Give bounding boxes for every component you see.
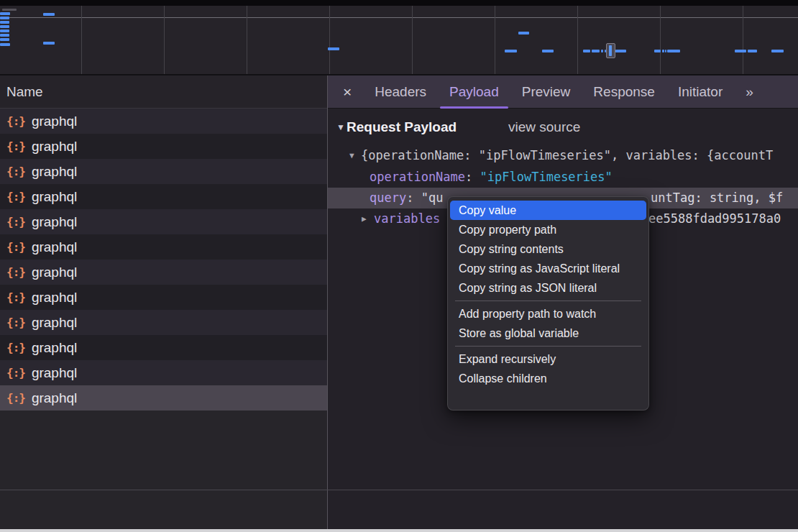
property-value-right: untTag: string, $f: [651, 188, 783, 208]
tab-initiator[interactable]: Initiator: [678, 76, 723, 108]
menu-item[interactable]: Store as global variable: [448, 324, 648, 343]
window-top-edge: [0, 0, 798, 6]
timeline-baseline: [0, 17, 798, 18]
timeline-bar: [0, 34, 9, 37]
triangle-down-icon[interactable]: ▼: [349, 145, 354, 166]
table-row[interactable]: {:}graphql: [0, 209, 327, 234]
json-braces-icon: {:}: [6, 391, 25, 405]
request-name: graphql: [32, 365, 77, 381]
menu-item[interactable]: Copy value: [450, 201, 646, 220]
timeline-bar: [0, 43, 10, 46]
request-name: graphql: [32, 290, 77, 306]
menu-item[interactable]: Add property path to watch: [448, 304, 648, 324]
chevron-overflow-icon[interactable]: »: [746, 84, 752, 100]
timeline-bar: [43, 42, 55, 45]
table-row[interactable]: {:}graphql: [0, 109, 327, 134]
table-row[interactable]: {:}graphql: [0, 184, 327, 209]
property-key: query: [370, 191, 406, 205]
timeline-bar: [771, 50, 784, 52]
menu-item[interactable]: Copy property path: [448, 220, 648, 239]
menu-separator: [455, 301, 641, 301]
panel-splitter[interactable]: [327, 75, 328, 529]
gridline: [247, 6, 247, 74]
tab-headers[interactable]: Headers: [375, 76, 426, 108]
menu-item[interactable]: Copy string as JSON literal: [448, 278, 648, 298]
request-name: graphql: [32, 239, 77, 255]
request-name: graphql: [32, 164, 77, 180]
json-braces-icon: {:}: [6, 114, 25, 128]
gridline: [164, 6, 165, 74]
table-row[interactable]: {:}graphql: [0, 134, 327, 159]
gridline: [329, 6, 330, 74]
json-braces-icon: {:}: [6, 341, 25, 354]
close-icon[interactable]: ×: [343, 84, 352, 99]
json-braces-icon: {:}: [6, 139, 25, 153]
table-row[interactable]: {:}graphql: [0, 260, 327, 285]
timeline-bar: [615, 50, 626, 52]
timeline-bar: [592, 50, 600, 52]
request-name: graphql: [32, 340, 77, 356]
payload-row-operationname[interactable]: operationName: "ipFlowTimeseries": [328, 167, 798, 188]
context-menu: Copy valueCopy property pathCopy string …: [447, 196, 649, 411]
timeline-bar: [518, 32, 529, 35]
gridline: [412, 6, 413, 74]
request-list: {:}graphql{:}graphql{:}graphql{:}graphql…: [0, 109, 327, 411]
menu-item[interactable]: Copy string contents: [448, 239, 648, 259]
table-row[interactable]: {:}graphql: [0, 234, 327, 260]
table-row[interactable]: {:}graphql: [0, 310, 327, 335]
timeline-bar: [0, 17, 9, 19]
table-row[interactable]: {:}graphql: [0, 360, 327, 385]
tab-response[interactable]: Response: [593, 76, 655, 108]
timeline-bar: [583, 50, 590, 52]
timeline-bar: [328, 47, 339, 50]
menu-item[interactable]: Collapse children: [448, 369, 648, 388]
timeline-bar: [505, 50, 517, 52]
timeline-bar: [665, 50, 666, 52]
timeline-bar: [2, 9, 17, 11]
timeline-bar: [609, 45, 612, 56]
triangle-right-icon[interactable]: ▶: [362, 208, 367, 229]
request-name: graphql: [32, 139, 77, 155]
timeline-bar: [0, 25, 9, 28]
menu-item[interactable]: Copy string as JavaScript literal: [448, 259, 648, 278]
timeline-overview[interactable]: [0, 6, 798, 75]
payload-preview-row[interactable]: ▼ {operationName: "ipFlowTimeseries", va…: [328, 145, 798, 166]
table-row[interactable]: {:}graphql: [0, 285, 327, 310]
tab-payload[interactable]: Payload: [449, 76, 499, 108]
request-name: graphql: [32, 189, 77, 205]
view-source-link[interactable]: view source: [508, 116, 580, 138]
table-row[interactable]: {:}graphql: [0, 335, 327, 360]
timeline-bar: [735, 50, 746, 52]
request-name: graphql: [32, 265, 77, 280]
timeline-bar: [0, 12, 10, 15]
json-braces-icon: {:}: [6, 165, 25, 178]
gridline: [660, 6, 661, 74]
gridline: [81, 6, 82, 74]
tab-preview[interactable]: Preview: [522, 76, 571, 108]
request-name: graphql: [32, 214, 77, 230]
object-preview-text: {operationName: "ipFlowTimeseries", vari…: [361, 145, 773, 166]
triangle-down-icon[interactable]: ▼: [336, 116, 345, 138]
footer-divider: [0, 490, 798, 490]
colon: :: [465, 170, 480, 184]
property-value: "ipFlowTimeseries": [480, 170, 613, 184]
menu-item[interactable]: Expand recursively: [448, 349, 648, 369]
timeline-bar: [0, 21, 9, 24]
gridline: [577, 6, 578, 74]
selected-request-marker: [606, 43, 615, 58]
json-braces-icon: {:}: [6, 366, 25, 380]
gridline: [743, 6, 743, 74]
request-name: graphql: [32, 390, 77, 406]
table-row[interactable]: {:}graphql: [0, 159, 327, 184]
request-name: graphql: [32, 315, 77, 331]
json-braces-icon: {:}: [6, 190, 25, 203]
json-braces-icon: {:}: [6, 215, 25, 229]
timeline-bar: [0, 29, 9, 32]
name-column-header[interactable]: Name: [0, 75, 327, 109]
table-row[interactable]: {:}graphql: [0, 385, 327, 411]
timeline-bar: [542, 50, 554, 52]
json-braces-icon: {:}: [6, 240, 25, 254]
property-key: variables: [374, 208, 440, 229]
window-bottom-edge: [0, 529, 798, 532]
colon: :: [406, 191, 421, 205]
